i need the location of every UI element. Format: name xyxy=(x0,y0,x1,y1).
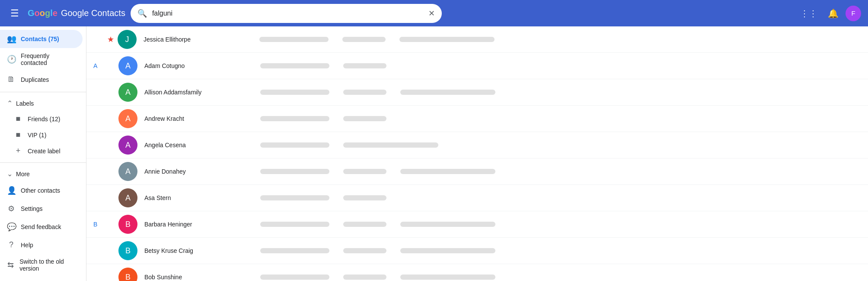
sidebar-item-friends[interactable]: ■ Friends (12) xyxy=(0,111,83,127)
blurred-field xyxy=(260,195,329,200)
avatar: A xyxy=(118,109,137,128)
frequently-icon: 🕐 xyxy=(7,55,16,64)
sidebar-item-duplicates[interactable]: 🗎 Duplicates xyxy=(0,71,83,88)
blurred-field xyxy=(400,90,495,95)
contact-details xyxy=(257,63,861,68)
contact-name: Barbara Heninger xyxy=(144,221,257,228)
avatar: A xyxy=(118,83,137,102)
contact-details xyxy=(257,169,861,174)
contact-details xyxy=(257,248,861,253)
table-row[interactable]: AAngela Cesena xyxy=(86,132,868,158)
blurred-field xyxy=(260,248,329,253)
contact-name: Asa Stern xyxy=(144,194,257,201)
contact-details xyxy=(257,195,861,200)
blurred-field xyxy=(260,90,329,95)
main-layout: 👥 Contacts (75) 🕐 Frequently contacted 🗎… xyxy=(0,26,868,281)
blurred-field xyxy=(260,116,329,121)
blurred-field xyxy=(342,37,386,42)
sidebar-settings-label: Settings xyxy=(21,205,43,212)
sidebar-switch-label: Switch to the old version xyxy=(19,258,76,272)
notifications-icon[interactable]: 🔔 xyxy=(824,5,842,22)
clear-search-button[interactable]: ✕ xyxy=(428,9,435,18)
contacts-icon: 👥 xyxy=(7,34,16,44)
sidebar-labels-header[interactable]: ⌃ Labels xyxy=(0,96,86,111)
sidebar-frequently-label: Frequently contacted xyxy=(21,52,76,66)
avatar: A xyxy=(118,56,137,75)
contact-details xyxy=(257,222,861,227)
sidebar-item-send-feedback[interactable]: 💬 Send feedback xyxy=(0,218,83,236)
contact-name: Allison Addamsfamily xyxy=(144,89,257,96)
duplicates-icon: 🗎 xyxy=(7,75,16,84)
sidebar-divider-1 xyxy=(0,92,86,92)
table-row[interactable]: BBBarbara Heninger xyxy=(86,211,868,238)
blurred-field xyxy=(260,222,329,227)
chevron-down-icon: ⌄ xyxy=(7,170,13,178)
contact-name: Angela Cesena xyxy=(144,142,257,149)
contacts-list: ★JJessica EllithorpeAAAdam CotugnoAAllis… xyxy=(86,26,868,281)
blurred-field xyxy=(400,275,495,280)
sidebar-more-label: More xyxy=(16,171,30,178)
sidebar-item-switch[interactable]: ⇆ Switch to the old version xyxy=(0,254,83,276)
blurred-field xyxy=(343,90,386,95)
table-row[interactable]: ★JJessica Ellithorpe xyxy=(86,26,868,53)
contact-details xyxy=(257,275,861,280)
blurred-field xyxy=(343,142,438,148)
table-row[interactable]: BBetsy Kruse Craig xyxy=(86,238,868,264)
search-input[interactable] xyxy=(152,10,423,17)
user-avatar[interactable]: F xyxy=(846,6,861,21)
search-icon: 🔍 xyxy=(137,9,147,18)
table-row[interactable]: AAllison Addamsfamily xyxy=(86,79,868,106)
label-icon-friends: ■ xyxy=(14,114,22,123)
sidebar-item-contacts[interactable]: 👥 Contacts (75) xyxy=(0,30,83,48)
sidebar-more-header[interactable]: ⌄ More xyxy=(0,166,86,181)
sidebar-item-settings[interactable]: ⚙ Settings xyxy=(0,200,83,218)
blurred-field xyxy=(343,116,386,121)
contact-name: Annie Donahey xyxy=(144,168,257,175)
sidebar-labels-label: Labels xyxy=(16,100,34,107)
sidebar-item-frequently[interactable]: 🕐 Frequently contacted xyxy=(0,48,83,71)
blurred-field xyxy=(260,142,329,148)
blurred-field xyxy=(343,63,386,68)
blurred-field xyxy=(343,195,386,200)
blurred-field xyxy=(260,169,329,174)
blurred-field xyxy=(343,248,386,253)
sidebar-item-help[interactable]: ? Help xyxy=(0,236,83,254)
contact-name: Betsy Kruse Craig xyxy=(144,247,257,254)
menu-icon[interactable]: ☰ xyxy=(7,4,22,23)
table-row[interactable]: AAndrew Kracht xyxy=(86,106,868,132)
star-icon[interactable]: ★ xyxy=(107,35,114,44)
blurred-field xyxy=(343,275,386,280)
help-icon: ? xyxy=(7,240,16,249)
sidebar-help-label: Help xyxy=(21,242,33,249)
contact-details xyxy=(257,142,861,148)
avatar: A xyxy=(118,188,137,207)
app-logo: Google Google Contacts xyxy=(28,8,125,18)
table-row[interactable]: AAsa Stern xyxy=(86,185,868,211)
plus-icon: + xyxy=(14,146,22,155)
table-row[interactable]: BBob Sunshine xyxy=(86,264,868,281)
app-name-text: Google Contacts xyxy=(61,8,125,18)
contact-name: Bob Sunshine xyxy=(144,274,257,281)
blurred-field xyxy=(259,37,329,42)
blurred-field xyxy=(400,248,495,253)
section-letter: B xyxy=(93,221,104,228)
sidebar-item-other-contacts[interactable]: 👤 Other contacts xyxy=(0,181,83,200)
contact-details xyxy=(256,37,861,42)
avatar: A xyxy=(118,136,137,155)
settings-icon: ⚙ xyxy=(7,204,16,213)
sidebar-item-vip[interactable]: ■ VIP (1) xyxy=(0,127,83,143)
feedback-icon: 💬 xyxy=(7,222,16,232)
switch-icon: ⇆ xyxy=(7,260,14,270)
blurred-field xyxy=(343,222,386,227)
table-row[interactable]: AAAdam Cotugno xyxy=(86,53,868,79)
avatar: B xyxy=(118,215,137,234)
blurred-field xyxy=(400,222,495,227)
logo-g: Google xyxy=(28,8,57,18)
table-row[interactable]: AAnnie Donahey xyxy=(86,158,868,185)
apps-icon[interactable]: ⋮⋮ xyxy=(797,5,821,22)
sidebar-create-label-button[interactable]: + Create label xyxy=(0,143,83,159)
avatar: A xyxy=(118,162,137,181)
sidebar-other-contacts-label: Other contacts xyxy=(21,187,60,194)
header-right: ⋮⋮ 🔔 F xyxy=(797,5,861,22)
sidebar-divider-2 xyxy=(0,162,86,163)
